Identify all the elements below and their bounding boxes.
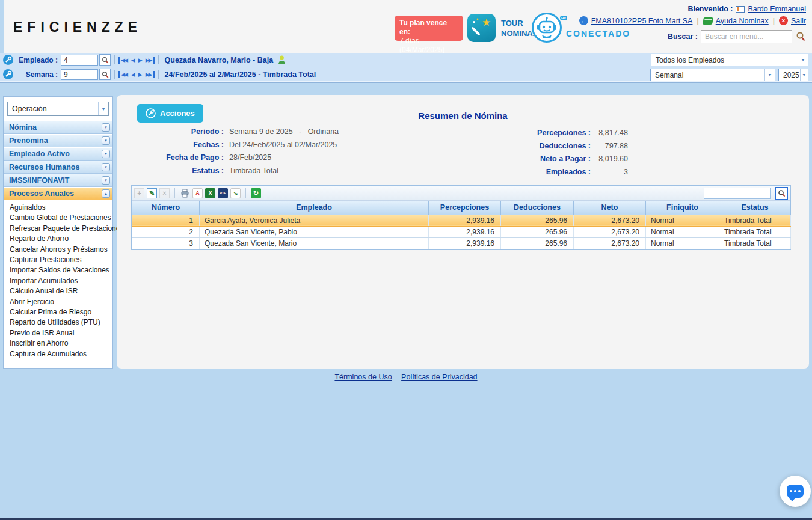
cell-neto: 2,673.20 <box>574 226 646 237</box>
sidebar-item-capturar-prestaciones[interactable]: Capturar Prestaciones <box>4 255 112 265</box>
export-image-icon[interactable]: ↘ <box>230 188 241 198</box>
help-link[interactable]: Ayuda Nominax <box>716 17 769 25</box>
sidebar-item-prima-riesgo[interactable]: Calcular Prima de Riesgo <box>4 307 112 317</box>
cell-percepciones: 2,939.16 <box>429 226 501 237</box>
section-label: Empleado Activo <box>9 150 70 158</box>
id-card-icon <box>736 6 745 13</box>
employee-filter-area: Todos los Empleados ▼ <box>651 54 808 66</box>
sidebar-item-cambio-global[interactable]: Cambio Global de Prestaciones <box>4 213 112 223</box>
cell-estatus: Timbrada Total <box>719 226 791 237</box>
cell-numero: 1 <box>132 215 200 226</box>
col-header-estatus[interactable]: Estatus <box>719 201 791 215</box>
grid-search-button[interactable] <box>775 187 788 200</box>
sidebar-section-recursos-humanos[interactable]: Recursos Humanos ▼ <box>4 161 112 174</box>
col-header-neto[interactable]: Neto <box>574 201 646 215</box>
refresh-icon[interactable]: ↻ <box>251 188 261 198</box>
sidebar-section-imss-infonavit[interactable]: IMSS/INFONAVIT ▼ <box>4 174 112 187</box>
col-header-numero[interactable]: Número <box>132 201 200 215</box>
sidebar-item-reparto-ahorro[interactable]: Reparto de Ahorro <box>4 234 112 244</box>
edit-row-icon[interactable]: ✎ <box>147 188 157 198</box>
search-label: Buscar : <box>668 32 698 41</box>
wrench-icon <box>146 108 156 118</box>
col-header-percepciones[interactable]: Percepciones <box>429 201 501 215</box>
export-pdf-icon[interactable]: A <box>192 188 203 198</box>
back-arrow-icon[interactable]: ← <box>579 16 588 25</box>
previous-week-button[interactable]: ◀ <box>131 71 135 78</box>
deductions-total-label: Deducciones : <box>502 142 591 150</box>
chevron-down-icon: ▼ <box>98 102 108 115</box>
sidebar-item-refrescar-paquete[interactable]: Refrescar Paquete de Prestaciones <box>4 224 112 234</box>
sidebar-item-inscribir-ahorro[interactable]: Inscribir en Ahorro <box>4 338 112 349</box>
grid-search-input[interactable] <box>704 188 771 199</box>
sidebar-item-abrir-ejercicio[interactable]: Abrir Ejercicio <box>4 297 112 307</box>
chevron-down-icon: ▼ <box>798 54 808 66</box>
chevron-down-icon: ▼ <box>102 163 110 171</box>
delete-row-icon[interactable]: × <box>159 188 170 198</box>
sidebar-item-aguinaldos[interactable]: Aguinaldos <box>4 203 112 213</box>
plan-expiry-badge: Tu plan vence en: 7 días (04/Mar/2025) <box>395 16 463 41</box>
cell-deducciones: 265.96 <box>501 226 574 237</box>
sidebar-item-reparto-ptu[interactable]: Reparto de Utilidades (PTU) <box>4 317 112 328</box>
next-week-button[interactable]: ▶ <box>138 71 142 78</box>
sidebar-item-importar-saldos[interactable]: Importar Saldos de Vacaciones <box>4 265 112 275</box>
welcome-label: Bienvenido : <box>687 5 733 13</box>
print-icon[interactable] <box>180 188 190 198</box>
table-row[interactable]: 3 Quezada San Vicente, Mario 2,939.16 26… <box>132 237 791 249</box>
company-link[interactable]: FMA810102PP5 Foto Mart SA <box>591 17 693 25</box>
table-row[interactable]: 1 Garcia Ayala, Veronica Julieta 2,939.1… <box>132 215 791 226</box>
user-profile-link[interactable]: Bardo Emmanuel <box>748 5 806 13</box>
payroll-table: Número Empleado Percepciones Deducciones… <box>132 201 791 249</box>
perceptions-total-value: 8,817.48 <box>591 129 628 137</box>
col-header-empleado[interactable]: Empleado <box>200 201 429 215</box>
cell-estatus: Timbrada Total <box>719 215 791 226</box>
employee-filter-dropdown[interactable]: Todos los Empleados ▼ <box>651 54 808 66</box>
export-rtf-icon[interactable]: RTF <box>218 188 228 198</box>
employees-count-label: Empleados : <box>502 168 591 176</box>
week-number-input[interactable] <box>61 69 98 80</box>
next-record-button[interactable]: ▶ <box>138 57 142 64</box>
col-header-deducciones[interactable]: Deducciones <box>501 201 574 215</box>
last-record-button[interactable]: ▶▶ <box>145 57 155 64</box>
chevron-up-icon: ▲ <box>102 189 110 198</box>
first-week-button[interactable]: ◀◀ <box>118 71 128 78</box>
period-type-dropdown[interactable]: Semanal ▼ <box>650 69 775 81</box>
search-icon[interactable] <box>795 31 806 42</box>
section-label: Recursos Humanos <box>9 163 79 171</box>
employee-number-input[interactable] <box>61 55 98 66</box>
sidebar-item-previo-isr[interactable]: Previo de ISR Anual <box>4 328 112 338</box>
sidebar-item-importar-acumulados[interactable]: Importar Acumulados <box>4 276 112 286</box>
sidebar-menu: Operación ▼ Nómina ▼ Prenómina ▼ Emplead… <box>3 96 113 369</box>
employee-lookup-button[interactable] <box>99 54 111 66</box>
net-pay-total-label: Neto a Pagar : <box>502 154 591 163</box>
sidebar-item-calculo-anual-isr[interactable]: Cálculo Anual de ISR <box>4 286 112 296</box>
week-bar: Semana : ◀◀ ◀ ▶ ▶▶ 24/Feb/2025 al 2/Mar/… <box>0 67 812 82</box>
sidebar-item-cancelar-ahorros[interactable]: Cancelar Ahorros y Préstamos <box>4 245 112 255</box>
table-row[interactable]: 2 Quezada San Vicente, Pablo 2,939.16 26… <box>132 226 791 237</box>
sidebar-section-procesos-anuales[interactable]: Procesos Anuales ▲ <box>4 187 112 200</box>
actions-button-label: Acciones <box>160 109 195 118</box>
sidebar-section-prenomina[interactable]: Prenómina ▼ <box>4 134 112 147</box>
first-record-button[interactable]: ◀◀ <box>118 57 128 64</box>
menu-mode-dropdown[interactable]: Operación ▼ <box>7 102 109 116</box>
week-lookup-button[interactable] <box>99 69 111 80</box>
last-week-button[interactable]: ▶▶ <box>145 71 155 78</box>
export-excel-icon[interactable]: X <box>205 188 215 198</box>
sidebar-item-captura-acumulados[interactable]: Captura de Acumulados <box>4 349 112 359</box>
menu-search-input[interactable] <box>701 30 792 43</box>
magic-wand-icon[interactable]: ★ <box>467 14 496 42</box>
sidebar-section-empleado-activo[interactable]: Empleado Activo ▼ <box>4 147 112 161</box>
sidebar-section-nomina[interactable]: Nómina ▼ <box>4 121 112 134</box>
privacy-link[interactable]: Políticas de Privacidad <box>401 373 477 381</box>
search-icon <box>102 57 109 64</box>
logout-x-icon[interactable]: × <box>779 16 788 25</box>
previous-record-button[interactable]: ◀ <box>131 57 135 64</box>
col-header-finiquito[interactable]: Finiquito <box>646 201 719 215</box>
terms-link[interactable]: Términos de Uso <box>334 373 392 381</box>
actions-button[interactable]: Acciones <box>137 104 203 123</box>
chevron-down-icon: ▼ <box>800 69 808 81</box>
year-dropdown[interactable]: 2025 ▼ <box>778 69 808 81</box>
logout-link[interactable]: Salir <box>791 17 806 25</box>
cell-finiquito: Normal <box>646 215 719 226</box>
add-row-icon[interactable]: + <box>134 188 144 198</box>
chat-widget-button[interactable] <box>780 476 811 507</box>
